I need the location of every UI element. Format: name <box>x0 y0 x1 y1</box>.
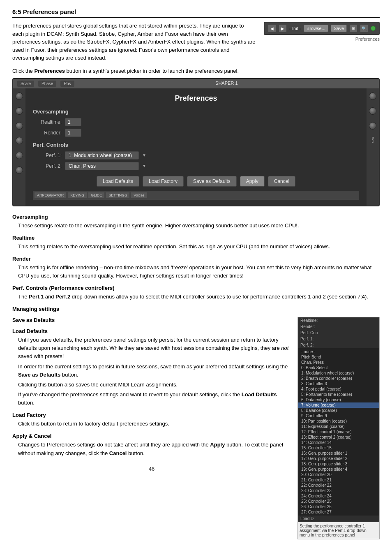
rs-realtime-row: Realtime: <box>298 317 379 324</box>
rs-dropdown-item[interactable]: 25: Controller 25 <box>298 499 379 504</box>
load-defaults-button[interactable]: Load Defaults <box>97 176 139 187</box>
glide-tab[interactable]: GLIDE <box>88 192 104 198</box>
rs-dropdown-item[interactable]: 3: Controller 3 <box>298 381 379 386</box>
perf-controls-label: Perf. Controls <box>33 142 359 148</box>
prefs-panel-title: Preferences <box>33 94 359 103</box>
arp-tab[interactable]: ARPEGGIATOR <box>35 192 66 198</box>
save-as-defaults-button[interactable]: Save as Defaults <box>187 176 237 187</box>
rs-dropdown-item[interactable]: 26: Controller 26 <box>298 504 379 509</box>
rs-dropdown-item[interactable]: 18: Gen. purpose slider 3 <box>298 461 379 467</box>
perf1-bold: Perf.1 <box>29 294 44 300</box>
r-knob-2 <box>369 107 376 115</box>
rs-dropdown-item[interactable]: 21: Controller 21 <box>298 477 379 483</box>
perf1-label: Perf. 1: <box>33 153 62 158</box>
synth-top-bar: Scale Phase Pos SHAPER 1 <box>13 79 379 88</box>
render-heading: Render <box>12 256 380 262</box>
voices-tab[interactable]: Voices <box>131 192 147 198</box>
rs-dropdown-item[interactable]: 22: Controller 22 <box>298 483 379 488</box>
knob-5 <box>16 152 23 159</box>
render-body: This setting is for offline rendering – … <box>18 264 380 280</box>
perf-controls-body: The Perf.1 and Perf.2 drop-down menus al… <box>18 293 380 301</box>
load-factory-button[interactable]: Load Factory <box>143 176 184 187</box>
rs-dropdown-list: - none -Pitch BendChan. Press0: Bank Sel… <box>298 348 379 516</box>
next-button[interactable]: ▶ <box>279 24 287 32</box>
ac-body-post: button. <box>127 450 144 456</box>
ld-body2-bold: Save as Defaults <box>18 372 60 378</box>
settings-tab[interactable]: SETTINGS <box>106 192 129 198</box>
rs-load-label: Load D <box>300 516 323 521</box>
perf2-row: Perf. 2: Chan. Press ▼ <box>33 162 359 170</box>
rs-dropdown-item[interactable]: 0: Bank Select <box>298 365 379 370</box>
ac-apply-bold: Apply <box>210 442 225 448</box>
rs-perf1-row: Perf. 1: <box>298 336 379 342</box>
rs-dropdown-item[interactable]: 15: Controller 15 <box>298 445 379 451</box>
bottom-tabs: ARPEGGIATOR KEYING GLIDE SETTINGS Voices <box>33 191 359 200</box>
rs-dropdown-item[interactable]: Pitch Bend <box>298 354 379 360</box>
perf1-row: Perf. 1: 1: Modulation wheel (coarse) ▼ <box>33 151 359 160</box>
knob-1 <box>16 92 23 100</box>
rs-dropdown-item[interactable]: 13: Effect control 2 (coarse) <box>298 435 379 440</box>
render-row: Render: 1 <box>33 129 359 137</box>
rs-dropdown-item[interactable]: 7: Volume (coarse) <box>298 402 379 408</box>
click-instruction: Click the Preferences button in a synth'… <box>12 68 380 74</box>
render-value[interactable]: 1 <box>65 129 81 137</box>
prev-button[interactable]: ◀ <box>268 24 276 32</box>
apply-button[interactable]: Apply <box>240 176 265 187</box>
realtime-value[interactable]: 1 <box>65 118 81 126</box>
rs-dropdown-item[interactable]: 4: Foot pedal (coarse) <box>298 386 379 392</box>
rs-dropdown-item[interactable]: 10: Pan position (coarse) <box>298 419 379 424</box>
perf2-bold: Perf.2 <box>55 294 70 300</box>
rs-dropdown-item[interactable]: - none - <box>298 349 379 354</box>
oversampling-section: Oversampling These settings relate to th… <box>12 214 380 230</box>
right-screenshot: Realtime: Render: Perf. Con Perf. 1: Per… <box>297 317 380 539</box>
rs-load-row: Load D <box>298 516 379 522</box>
perf2-dropdown[interactable]: Chan. Press <box>65 162 139 170</box>
managing-settings-heading: Managing settings <box>12 306 380 312</box>
managing-settings-section: Managing settings <box>12 306 380 312</box>
rs-dropdown-item[interactable]: 24: Controller 24 <box>298 493 379 499</box>
scale-tab: Scale <box>17 81 34 87</box>
save-button[interactable]: Save <box>331 25 347 32</box>
ld-body2-post: button. <box>60 372 78 378</box>
perf1-dropdown[interactable]: 1: Modulation wheel (coarse) <box>65 151 139 160</box>
knob-4 <box>16 137 23 144</box>
ld-body1-italic: not <box>281 345 288 351</box>
rs-dropdown-item[interactable]: 8: Balance (coarse) <box>298 408 379 413</box>
perf2-arrow: ▼ <box>142 164 146 168</box>
rs-dropdown-item[interactable]: 20: Controller 20 <box>298 472 379 477</box>
rs-dropdown-item[interactable]: 17: Gen. purpose slider 2 <box>298 456 379 461</box>
rs-perf2-label: Perf. 2: <box>300 343 323 347</box>
rs-dropdown-item[interactable]: 14: Controller 14 <box>298 440 379 445</box>
preferences-label: Preferences <box>355 37 380 42</box>
rs-dropdown-item[interactable]: Chan. Press <box>298 360 379 365</box>
rs-dropdown-item[interactable]: 5: Portamento time (coarse) <box>298 392 379 397</box>
oversampling-body: These settings relate to the oversamplin… <box>18 222 380 230</box>
init-label: --Init-- <box>289 26 301 31</box>
perf-body-pre: The <box>18 294 29 300</box>
rs-dropdown-item[interactable]: 11: Expression (coarse) <box>298 424 379 429</box>
cancel-button[interactable]: Cancel <box>268 176 295 187</box>
rs-dropdown-item[interactable]: 27: Controller 27 <box>298 509 379 515</box>
ac-body-pre: Changes to Preferences settings do not t… <box>18 442 210 448</box>
rs-dropdown-item[interactable]: 23: Controller 23 <box>298 488 379 493</box>
click-instruction-post: button in a synth's preset picker in ord… <box>65 68 239 74</box>
realtime-section: Realtime This setting relates to the ove… <box>12 235 380 251</box>
rs-dropdown-item[interactable]: 16: Gen. purpose slider 1 <box>298 451 379 456</box>
pos-tab: Pos <box>60 81 74 87</box>
rs-dropdown-item[interactable]: 19: Gen. purpose slider 4 <box>298 467 379 472</box>
rs-dropdown-item[interactable]: 1: Modulation wheel (coarse) <box>298 370 379 376</box>
knob-2 <box>16 107 23 115</box>
render-section: Render This setting is for offline rende… <box>12 256 380 280</box>
rs-dropdown-item[interactable]: 9: Controller 9 <box>298 413 379 419</box>
pref-widget-box: ◀ ▶ --Init-- Browse... Save ⊞ 🔍 <box>264 22 380 35</box>
rs-dropdown-item[interactable]: 6: Data entry (coarse) <box>298 397 379 402</box>
knob-6 <box>16 166 23 174</box>
rs-dropdown-item[interactable]: 2: Breath controller (coarse) <box>298 376 379 381</box>
realtime-row: Realtime: 1 <box>33 118 359 126</box>
browse-button[interactable]: Browse... <box>304 25 328 32</box>
rs-dropdown-item[interactable]: 12: Effect control 1 (coarse) <box>298 429 379 435</box>
keying-tab[interactable]: KEYING <box>68 192 87 198</box>
rs-caption: Setting the performance controller 1 ass… <box>298 522 379 539</box>
oversampling-heading: Oversampling <box>12 214 380 220</box>
right-knobs: Res <box>367 88 379 206</box>
